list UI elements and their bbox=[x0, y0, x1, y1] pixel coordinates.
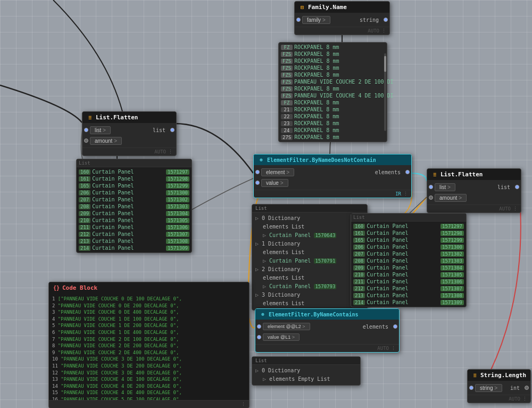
list-item: FZSROCKPANEL 8 mm bbox=[279, 71, 387, 78]
list-item: 213Curtain Panel1571308 bbox=[77, 238, 192, 244]
family-output-dot[interactable] bbox=[384, 18, 388, 22]
list-item: 24ROCKPANEL 8 mm bbox=[279, 127, 387, 134]
list-item: 209Curtain Panel1571304 bbox=[77, 210, 192, 217]
code-block-title: {} Code Block bbox=[49, 282, 249, 293]
lf1-list-input[interactable] bbox=[84, 128, 88, 132]
element-filter-nocontain-node: ⊛ ElementFilter.ByNameDoesNotContain ele… bbox=[253, 154, 412, 198]
filter-c-value-input[interactable] bbox=[257, 335, 261, 339]
filter-nc-elements-output[interactable] bbox=[405, 170, 410, 174]
filter-nc-value-input[interactable] bbox=[255, 181, 260, 185]
lf1-amount-btn[interactable]: amount bbox=[90, 137, 122, 145]
element-filter-nc-footer: IR ⋮ bbox=[254, 190, 411, 198]
lf2-list-btn[interactable]: list bbox=[435, 183, 455, 191]
string-length-node: ≡ String.Length string int AUTO ⋮ bbox=[467, 369, 531, 403]
list-item: 208Curtain Panel1571303 bbox=[351, 257, 466, 264]
list-item: 214Curtain Panel1571309 bbox=[77, 244, 192, 251]
list-item: 212Curtain Panel1571307 bbox=[77, 231, 192, 238]
list-item: FZSROCKPANEL 8 mm bbox=[279, 58, 387, 64]
list-flatten-2-title: ≡ List.Flatten bbox=[427, 169, 521, 180]
family-input-dot[interactable] bbox=[296, 18, 301, 22]
family-name-footer: AUTO ⋮ bbox=[295, 27, 389, 35]
list-item: 206Curtain Panel1571300 bbox=[351, 243, 466, 250]
lf2-list-output[interactable] bbox=[515, 185, 519, 189]
curtain-left-items: 160Curtain Panel1571297 161Curtain Panel… bbox=[77, 167, 192, 252]
code-block-footer: ⋮ bbox=[49, 400, 249, 408]
list-item: 22ROCKPANEL 8 mm bbox=[279, 113, 387, 120]
contains-result-items: ▷ 0 Dictionary ▷ elements Empty List bbox=[252, 365, 360, 385]
family-list-items: FZROCKPANEL 8 mm FZSROCKPANEL 8 mm FZSRO… bbox=[279, 43, 387, 142]
code-block-icon: {} bbox=[53, 285, 60, 291]
filter-nocontain-icon: ⊛ bbox=[258, 157, 264, 163]
list-flatten-2-node: ≡ List.Flatten list list amount AUTO ⋮ bbox=[427, 168, 521, 213]
lf2-list-input[interactable] bbox=[429, 185, 433, 189]
element-filter-nocontain-title: ⊛ ElementFilter.ByNameDoesNotContain bbox=[254, 154, 411, 165]
list-item: 165Curtain Panel1571299 bbox=[351, 236, 466, 243]
list-item: 211Curtain Panel1571306 bbox=[351, 278, 466, 285]
filter-c-value-btn[interactable]: value @L1 bbox=[263, 333, 300, 341]
list-item: FZROCKPANEL 8 mm bbox=[279, 99, 387, 106]
lf2-amount-input[interactable] bbox=[429, 195, 433, 200]
list-item: 206Curtain Panel1571300 bbox=[77, 189, 192, 196]
lf2-amount-btn[interactable]: amount bbox=[435, 194, 467, 202]
filter-nc-element-btn[interactable]: element bbox=[261, 168, 294, 176]
family-port-btn[interactable]: family bbox=[302, 16, 330, 24]
family-list-node: FZROCKPANEL 8 mm FZSROCKPANEL 8 mm FZSRO… bbox=[278, 42, 387, 142]
list-item: 21ROCKPANEL 8 mm bbox=[279, 106, 387, 113]
filter-nc-element-input[interactable] bbox=[255, 170, 260, 174]
element-filter-c-footer: AUTO ⋮ bbox=[255, 344, 399, 352]
list-item: 212Curtain Panel1571307 bbox=[351, 285, 466, 292]
curtain-right-items: 160Curtain Panel1571297 161Curtain Panel… bbox=[351, 222, 466, 307]
lf1-list-output[interactable] bbox=[170, 128, 174, 132]
list-item: FZSPANNEAU VIDE COUCHE 2 DE 100 DI bbox=[279, 78, 387, 85]
list-item: 161Curtain Panel1571298 bbox=[351, 230, 466, 236]
element-filter-contains-title: ⊛ ElementFilter.ByNameContains bbox=[255, 309, 399, 320]
sl-string-btn[interactable]: string bbox=[475, 384, 502, 392]
list-item: FZSPANNEAU VIDE COUCHE 4 DE 100 DI bbox=[279, 92, 387, 99]
list-item: 161Curtain Panel1571298 bbox=[77, 175, 192, 182]
scrollbar[interactable] bbox=[384, 53, 386, 131]
element-filter-contains-node: ⊛ ElementFilter.ByNameContains element @… bbox=[255, 308, 400, 353]
list-item: FZSROCKPANEL 8 mm bbox=[279, 85, 387, 92]
list-item: 165Curtain Panel1571299 bbox=[77, 182, 192, 189]
list-item: 27SROCKPANEL 8 mm bbox=[279, 134, 387, 141]
list-item: 160Curtain Panel1571297 bbox=[77, 168, 192, 175]
list-item: 211Curtain Panel1571306 bbox=[77, 224, 192, 231]
filter-c-element-input[interactable] bbox=[257, 324, 261, 329]
list-item: 213Curtain Panel1571308 bbox=[351, 292, 466, 299]
list-item: FZSROCKPANEL 8 mm bbox=[279, 64, 387, 71]
family-name-title: ⊞ Family.Name bbox=[295, 2, 389, 13]
code-block-content[interactable]: 1 ["PANNEAU VIDE COUCHE 0 DE 100 DECALAG… bbox=[49, 293, 249, 400]
list-flatten-1-footer: AUTO ⋮ bbox=[82, 148, 176, 156]
list-item: 210Curtain Panel1571305 bbox=[351, 271, 466, 278]
filter-contains-icon: ⊛ bbox=[260, 311, 266, 317]
sl-string-input[interactable] bbox=[469, 386, 473, 390]
curtain-list-left: List 160Curtain Panel1571297 161Curtain … bbox=[76, 159, 192, 253]
list-flatten-1-icon: ≡ bbox=[87, 115, 93, 121]
family-name-icon: ⊞ bbox=[299, 4, 305, 11]
list-item: 207Curtain Panel1571302 bbox=[351, 250, 466, 257]
list-item: 214Curtain Panel1571309 bbox=[351, 299, 466, 306]
list-flatten-1-title: ≡ List.Flatten bbox=[82, 112, 176, 123]
list-item: FZSROCKPANEL 8 mm bbox=[279, 51, 387, 58]
filter-nc-value-btn[interactable]: value bbox=[261, 179, 288, 187]
contains-result-tree: List ▷ 0 Dictionary ▷ elements Empty Lis… bbox=[252, 356, 361, 386]
string-length-icon: ≡ bbox=[472, 372, 478, 379]
list-item: 210Curtain Panel1571305 bbox=[77, 217, 192, 224]
filter-result-items: ▷ 0 Dictionary elements List ▷ Curtain P… bbox=[252, 213, 367, 311]
list-flatten-2-icon: ≡ bbox=[431, 172, 438, 178]
string-length-title: ≡ String.Length bbox=[468, 370, 530, 381]
list-item: FZROCKPANEL 8 mm bbox=[279, 44, 387, 51]
list-item: 207Curtain Panel1571302 bbox=[77, 196, 192, 203]
filter-c-elements-output[interactable] bbox=[393, 324, 397, 329]
family-name-node: ⊞ Family.Name family string AUTO ⋮ bbox=[294, 1, 390, 35]
lf1-list-btn[interactable]: list bbox=[90, 126, 111, 134]
list-item: 208Curtain Panel1571303 bbox=[77, 203, 192, 210]
list-flatten-1-node: ≡ List.Flatten list list amount AUTO ⋮ bbox=[82, 111, 177, 156]
sl-int-output[interactable] bbox=[525, 386, 529, 390]
filter-c-element-btn[interactable]: element @@L2 bbox=[263, 323, 310, 330]
curtain-list-right: List 160Curtain Panel1571297 161Curtain … bbox=[351, 213, 467, 307]
list-item: 160Curtain Panel1571297 bbox=[351, 223, 466, 230]
code-block-node: {} Code Block 1 ["PANNEAU VIDE COUCHE 0 … bbox=[48, 282, 250, 408]
lf1-amount-input[interactable] bbox=[84, 138, 88, 143]
string-length-footer: AUTO ⋮ bbox=[468, 395, 530, 403]
